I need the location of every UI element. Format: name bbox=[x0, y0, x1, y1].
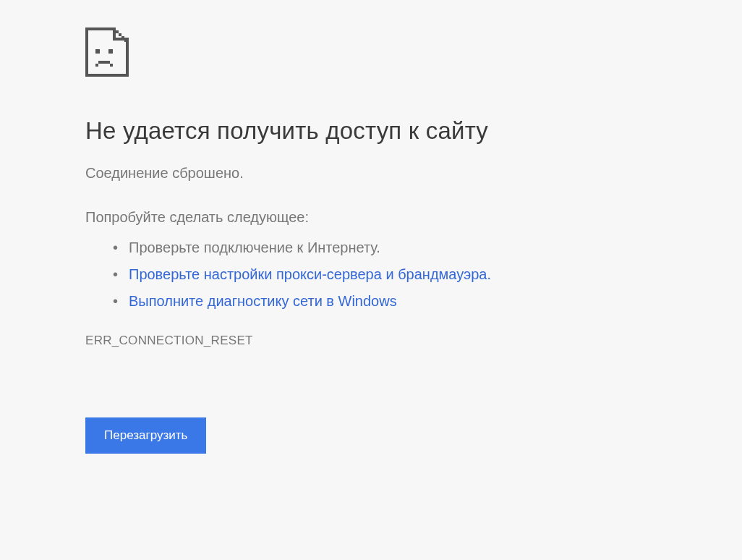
error-code: ERR_CONNECTION_RESET bbox=[85, 334, 742, 348]
proxy-firewall-link[interactable]: Проверьте настройки прокси-сервера и бра… bbox=[129, 266, 491, 282]
svg-rect-14 bbox=[110, 64, 113, 67]
svg-rect-7 bbox=[119, 33, 121, 36]
svg-rect-1 bbox=[85, 27, 116, 30]
svg-rect-13 bbox=[98, 61, 110, 64]
sad-page-icon bbox=[85, 27, 129, 77]
svg-rect-11 bbox=[108, 49, 113, 54]
error-icon-container bbox=[85, 27, 742, 77]
reload-button[interactable]: Перезагрузить bbox=[85, 417, 206, 454]
svg-rect-8 bbox=[121, 36, 124, 39]
svg-rect-0 bbox=[85, 27, 88, 77]
network-diagnostics-link[interactable]: Выполните диагностику сети в Windows bbox=[129, 293, 397, 309]
list-item: Выполните диагностику сети в Windows bbox=[129, 288, 742, 315]
error-subtitle: Соединение сброшено. bbox=[85, 165, 742, 182]
list-item: Проверьте настройки прокси-сервера и бра… bbox=[129, 261, 742, 288]
list-item: Проверьте подключение к Интернету. bbox=[129, 234, 742, 261]
svg-rect-9 bbox=[124, 39, 127, 42]
suggestion-text: Проверьте подключение к Интернету. bbox=[129, 239, 380, 255]
suggestion-list: Проверьте подключение к Интернету. Прове… bbox=[85, 234, 742, 315]
try-heading: Попробуйте сделать следующее: bbox=[85, 209, 742, 226]
page-title: Не удается получить доступ к сайту bbox=[85, 117, 742, 145]
svg-rect-2 bbox=[85, 74, 129, 77]
svg-rect-12 bbox=[95, 64, 98, 67]
svg-rect-3 bbox=[126, 41, 129, 77]
svg-rect-10 bbox=[95, 49, 100, 54]
svg-rect-6 bbox=[116, 30, 119, 33]
